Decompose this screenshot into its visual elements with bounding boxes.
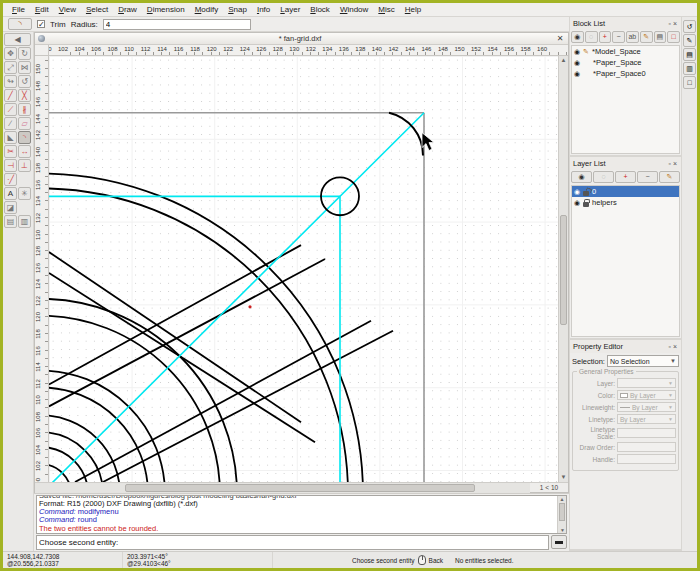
radius-input[interactable]: [103, 19, 251, 30]
tool-stretch-icon[interactable]: ↔: [18, 145, 31, 158]
selection-combobox[interactable]: No Selection▼: [607, 355, 679, 367]
tool-rotate-two-icon[interactable]: ↺: [18, 75, 31, 88]
vruler-tick: 106: [35, 425, 41, 441]
close-panel-icon[interactable]: ×: [672, 343, 678, 350]
tool-explode-icon[interactable]: ✳: [18, 187, 31, 200]
menu-dimension[interactable]: Dimension: [142, 5, 190, 14]
tool-order-top-icon[interactable]: ▤: [4, 215, 17, 228]
layer-name: 0: [592, 187, 596, 196]
command-history-scrollbar[interactable]: ▲▼: [557, 496, 566, 533]
tool-lengthen-icon[interactable]: ⟋: [4, 103, 17, 116]
block-list-item[interactable]: ◉*Paper_Space0: [572, 68, 679, 79]
hruler-tick: 132: [303, 46, 319, 52]
add-layer-icon[interactable]: +: [615, 171, 636, 183]
tool-divide-icon[interactable]: ✂: [4, 145, 17, 158]
drawing-window-titlebar[interactable]: * fan-grid.dxf ✕: [35, 33, 568, 45]
eye-icon[interactable]: ◉: [574, 48, 580, 56]
tool-back-icon[interactable]: ◀: [4, 33, 31, 46]
property-row: Color:By Layer▼: [575, 390, 676, 400]
vertical-scrollbar-thumb[interactable]: [560, 215, 567, 325]
vruler-tick: 122: [35, 293, 41, 309]
dock-toggle-refresh-button[interactable]: ↺: [683, 20, 696, 33]
tool-order-bottom-icon[interactable]: ▥: [18, 215, 31, 228]
vruler-tick: 146: [35, 94, 41, 110]
vertical-scrollbar[interactable]: ▲ ▼: [558, 56, 568, 482]
tool-offset-rect-icon[interactable]: ▱: [18, 117, 31, 130]
tool-mirror-icon[interactable]: ⋈: [18, 61, 31, 74]
vruler-tick: 108: [35, 409, 41, 425]
tool-scale-icon[interactable]: ⤢: [4, 61, 17, 74]
tool-bevel-icon[interactable]: ◣: [4, 131, 17, 144]
tool-expand-icon[interactable]: ⊥: [18, 159, 31, 172]
menu-misc[interactable]: Misc: [373, 5, 399, 14]
dock-toggle-layer-list-button[interactable]: ▥: [683, 62, 696, 75]
tool-rotate-icon[interactable]: ↻: [18, 47, 31, 60]
tool-trim-icon[interactable]: ╱: [4, 89, 17, 102]
trim-checkbox[interactable]: ✓: [37, 20, 45, 28]
vruler-tick: 128: [35, 243, 41, 259]
hruler-tick: 138: [352, 46, 368, 52]
menu-window[interactable]: Window: [335, 5, 373, 14]
close-icon[interactable]: ✕: [555, 34, 565, 43]
chevron-down-icon: ▼: [668, 416, 673, 422]
tool-offset-icon[interactable]: ∕: [4, 117, 17, 130]
tool-delete-icon[interactable]: ◪: [4, 201, 17, 214]
vruler-tick: 142: [35, 127, 41, 143]
layer-list-item[interactable]: ◉0: [572, 186, 679, 197]
unlock-icon[interactable]: [583, 191, 589, 196]
menu-help[interactable]: Help: [400, 5, 426, 14]
dock-toggle-edit-button[interactable]: ✎: [683, 34, 696, 47]
show-all-layers-icon[interactable]: ◉: [571, 171, 592, 183]
tool-shrink-icon[interactable]: ⊣: [4, 159, 17, 172]
add-block-icon[interactable]: +: [599, 31, 612, 43]
eye-icon[interactable]: ◉: [574, 199, 580, 207]
menu-block[interactable]: Block: [305, 5, 335, 14]
hide-all-layers-icon[interactable]: ◌: [593, 171, 614, 183]
close-panel-icon[interactable]: ×: [672, 20, 678, 27]
show-all-blocks-icon[interactable]: ◉: [571, 31, 584, 43]
hide-all-blocks-icon[interactable]: ◌: [585, 31, 598, 43]
tool-break-icon[interactable]: ∙╱: [4, 173, 17, 186]
tool-trim-two-icon[interactable]: ╳: [18, 89, 31, 102]
block-list-item[interactable]: ◉*Paper_Space: [572, 57, 679, 68]
rename-block-icon[interactable]: ab: [626, 31, 639, 43]
layer-list-item[interactable]: ◉helpers: [572, 197, 679, 208]
command-input[interactable]: [36, 535, 549, 550]
menu-select[interactable]: Select: [81, 5, 113, 14]
tool-fillet-round-icon[interactable]: ◝: [18, 131, 31, 144]
lock-icon[interactable]: [583, 202, 589, 207]
menu-info[interactable]: Info: [252, 5, 275, 14]
menu-file[interactable]: File: [7, 5, 30, 14]
save-block-icon[interactable]: ▤: [654, 31, 667, 43]
tool-move-rotate-icon[interactable]: ↬: [4, 75, 17, 88]
menu-modify[interactable]: Modify: [190, 5, 224, 14]
property-field: [617, 442, 676, 452]
tool-move-copy-icon[interactable]: ✥: [4, 47, 17, 60]
fillet-tool-button[interactable]: ◝: [8, 18, 32, 30]
keyboard-mode-button[interactable]: [551, 535, 567, 549]
horizontal-scrollbar-thumb[interactable]: [125, 484, 475, 492]
block-list-item[interactable]: ◉✎*Model_Space: [572, 46, 679, 57]
menu-layer[interactable]: Layer: [275, 5, 305, 14]
close-panel-icon[interactable]: ×: [672, 160, 678, 167]
menu-view[interactable]: View: [54, 5, 81, 14]
tool-edit-text-icon[interactable]: A: [4, 187, 17, 200]
property-value: By Layer: [632, 404, 658, 411]
menu-edit[interactable]: Edit: [30, 5, 54, 14]
horizontal-scrollbar[interactable]: [35, 483, 530, 493]
drawing-canvas[interactable]: [49, 56, 558, 482]
tool-trim-amount-icon[interactable]: ∦: [18, 103, 31, 116]
delete-block-icon[interactable]: □: [667, 31, 680, 43]
menu-snap[interactable]: Snap: [223, 5, 252, 14]
command-line-dock: Saved file: /home/user/Dropbox/figures/b…: [34, 493, 569, 551]
menu-draw[interactable]: Draw: [113, 5, 142, 14]
eye-icon[interactable]: ◉: [574, 70, 580, 78]
dock-toggle-library-button[interactable]: □: [683, 76, 696, 89]
edit-layer-icon[interactable]: ✎: [659, 171, 680, 183]
eye-icon[interactable]: ◉: [574, 188, 580, 196]
dock-toggle-block-list-button[interactable]: ▤: [683, 48, 696, 61]
edit-block-icon[interactable]: ✎: [640, 31, 653, 43]
eye-icon[interactable]: ◉: [574, 59, 580, 67]
remove-layer-icon[interactable]: −: [637, 171, 658, 183]
remove-block-icon[interactable]: −: [612, 31, 625, 43]
